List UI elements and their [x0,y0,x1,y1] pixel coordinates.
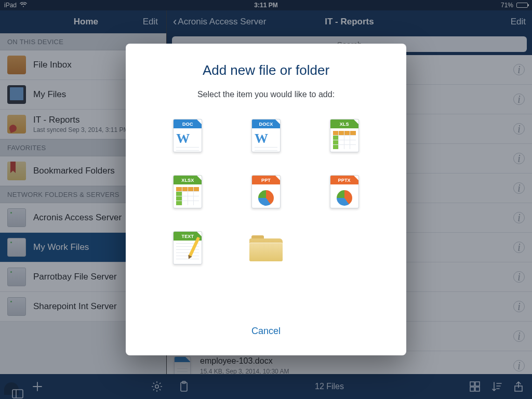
file-type-pptx[interactable]: PPTX [324,175,365,208]
file-type-docx[interactable]: DOCXW [246,119,287,152]
modal-overlay[interactable]: Add new file or folder Select the item y… [0,0,532,399]
modal-title: Add new file or folder [203,62,329,78]
file-thumb-icon: TEXT [173,231,202,264]
file-thumb-icon: DOCW [173,119,202,152]
file-thumb-icon: XLSX [173,175,202,208]
file-type-xlsx[interactable]: XLSX [167,175,208,208]
file-type-doc[interactable]: DOCW [167,119,208,152]
file-thumb-icon: PPT [251,175,281,208]
add-file-modal: Add new file or folder Select the item y… [126,44,406,355]
file-type-xls[interactable]: XLS [324,119,365,152]
folder-icon [249,235,283,261]
file-thumb-icon: DOCXW [251,119,281,152]
file-type-ppt[interactable]: PPT [246,175,287,208]
file-type-folder[interactable] [246,231,287,264]
file-thumb-icon: XLS [330,119,359,152]
file-type-grid: DOCWDOCXWXLSXLSXPPTPPTXTEXT [152,119,380,264]
modal-subtitle: Select the item you would like to add: [197,90,335,99]
cancel-button[interactable]: Cancel [243,317,289,345]
file-type-text[interactable]: TEXT [167,231,208,264]
file-thumb-icon: PPTX [330,175,359,208]
